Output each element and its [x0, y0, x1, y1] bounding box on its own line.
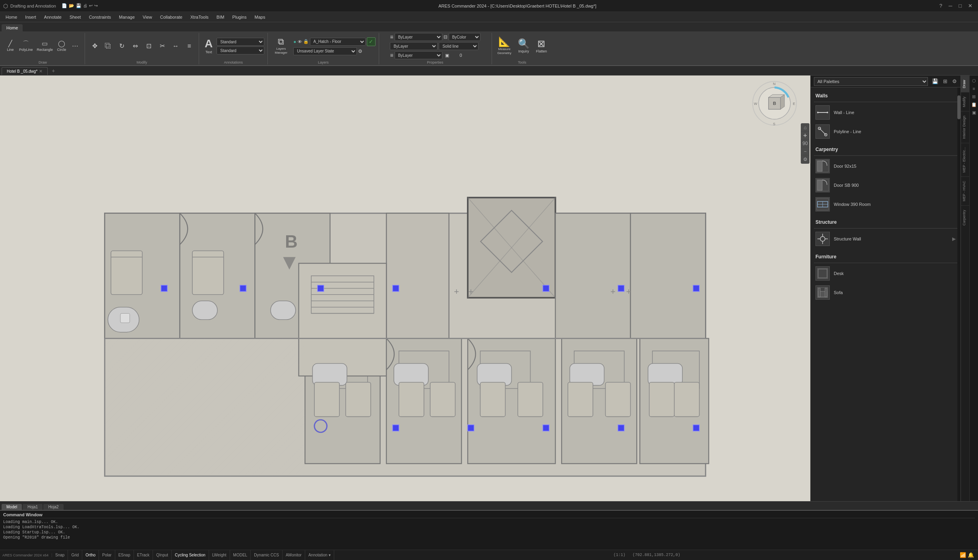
doc-tab-add[interactable]: + — [48, 66, 58, 75]
nav-zoom-minus-button[interactable]: − — [801, 147, 809, 155]
inquiry-button[interactable]: 🔍 Inquiry — [515, 38, 532, 54]
measure-geometry-button[interactable]: 📐 MeasureGeometry — [495, 36, 514, 56]
menu-item-constraints[interactable]: Constraints — [85, 12, 115, 22]
side-tab-modify[interactable]: Modify — [961, 92, 969, 111]
flatten-button[interactable]: ⊠ Flatten — [534, 38, 550, 54]
linetype2-dropdown[interactable]: ByLayer — [395, 51, 442, 59]
undo-icon[interactable]: ↩ — [89, 3, 93, 8]
side-tab-interior[interactable]: Interior Design — [961, 111, 969, 143]
close-button[interactable]: ✕ — [966, 2, 975, 10]
save-icon[interactable]: 💾 — [76, 3, 81, 8]
nav-home-button[interactable]: ⌂ — [801, 124, 809, 132]
menu-item-bim[interactable]: BIM — [213, 12, 229, 22]
offset-button[interactable]: ≡ — [183, 42, 196, 50]
new-icon[interactable]: 📄 — [62, 3, 67, 8]
status-dynamic-ccs[interactable]: Dynamic CCS — [251, 550, 283, 560]
side-tab-mep-electric[interactable]: MEP - Electric... — [961, 143, 969, 176]
menu-item-maps[interactable]: Maps — [250, 12, 269, 22]
doc-tab-hotel[interactable]: Hotel B _05.dwg* ✕ — [2, 67, 48, 75]
palette-layout-icon[interactable]: ⊞ — [941, 78, 949, 85]
move-button[interactable]: ✥ — [88, 42, 101, 50]
menu-item-annotate[interactable]: Annotate — [40, 12, 66, 22]
linetype-dropdown[interactable]: ByLayer — [390, 42, 438, 50]
status-lweight[interactable]: LWeight — [209, 550, 230, 560]
nav-degree-button[interactable]: 90 — [801, 140, 809, 147]
side-tab-mep-hvac[interactable]: MEP - HVAC — [961, 176, 969, 205]
menu-item-sheet[interactable]: Sheet — [66, 12, 85, 22]
sheet-tab-hoja1[interactable]: Hoja1 — [23, 504, 43, 510]
palette-scrollbar-track[interactable] — [957, 87, 961, 501]
maximize-button[interactable]: □ — [956, 2, 964, 10]
rectangle-button[interactable]: ▭ Rectangle — [35, 39, 55, 53]
menu-item-home[interactable]: Home — [2, 12, 21, 22]
palette-dropdown[interactable]: All Palettes — [814, 77, 928, 86]
menu-item-view[interactable]: View — [139, 12, 156, 22]
print-icon[interactable]: 🖨 — [83, 3, 87, 8]
door-92x15-item[interactable]: Door 92x15 — [811, 157, 961, 176]
menu-item-collaborate[interactable]: Collaborate — [156, 12, 186, 22]
status-snap[interactable]: Snap — [52, 550, 68, 560]
desk-item[interactable]: Desk — [811, 264, 961, 283]
far-right-btn-5[interactable]: ▣ — [970, 109, 978, 116]
help-button[interactable]: ? — [937, 2, 945, 10]
far-right-btn-3[interactable]: ⊞ — [970, 93, 978, 100]
structure-wall-item[interactable]: Structure Wall ▶ — [811, 229, 961, 248]
menu-item-plugins[interactable]: Plugins — [228, 12, 250, 22]
far-right-btn-4[interactable]: 📋 — [970, 101, 978, 108]
status-ortho[interactable]: Ortho — [82, 550, 99, 560]
status-grid[interactable]: Grid — [68, 550, 82, 560]
trim-button[interactable]: ✂ — [156, 42, 168, 50]
palette-scrollbar-thumb[interactable] — [957, 95, 961, 119]
far-right-btn-1[interactable]: ⬡ — [970, 77, 978, 84]
polyline-line-item[interactable]: Polyline - Line — [811, 122, 961, 141]
color-dropdown[interactable]: ByLayer — [395, 33, 442, 41]
mirror-button[interactable]: ⇔ — [129, 42, 141, 50]
palette-settings-icon[interactable]: ⚙ — [951, 78, 959, 85]
status-annotation[interactable]: Annotation ▾ — [305, 550, 334, 560]
view-cube[interactable]: B N S W E — [751, 79, 798, 127]
window-390-item[interactable]: Window 390 Room — [811, 195, 961, 214]
status-esnap[interactable]: ESnap — [115, 550, 134, 560]
nav-zoom-plus-button[interactable]: + — [801, 132, 809, 140]
sofa-item[interactable]: Sofa — [811, 283, 961, 302]
polyline-button[interactable]: ⌒ PolyLine — [17, 39, 35, 53]
line-button[interactable]: ╱ Line — [4, 39, 17, 53]
status-cycling-selection[interactable]: Cycling Selection — [172, 550, 209, 560]
palette-save-icon[interactable]: 💾 — [930, 78, 940, 85]
extend-button[interactable]: ↔ — [169, 42, 182, 50]
circle-button[interactable]: ◯ Circle — [55, 39, 68, 53]
status-model[interactable]: MODEL — [230, 550, 251, 560]
open-icon[interactable]: 📂 — [69, 3, 74, 8]
status-etrack[interactable]: ETrack — [134, 550, 153, 560]
text-button[interactable]: A Text — [202, 37, 215, 55]
layers-manager-button[interactable]: ⧉ LayersManager — [271, 37, 291, 55]
far-right-btn-2[interactable]: ≡ — [970, 85, 978, 92]
status-qinput[interactable]: QInput — [153, 550, 172, 560]
tab-home[interactable]: Home — [2, 24, 23, 31]
linestyle-dropdown[interactable]: Solid line — [439, 42, 478, 50]
copy-button[interactable]: ⿻ — [102, 42, 114, 50]
sheet-tab-model[interactable]: Model — [2, 504, 22, 510]
lineweight-dropdown[interactable]: ByColor — [449, 33, 480, 41]
status-amonitor[interactable]: AMonitor — [283, 550, 305, 560]
text-font-dropdown[interactable]: Standard — [217, 38, 264, 46]
menu-item-insert[interactable]: Insert — [21, 12, 40, 22]
sheet-tab-hoja2[interactable]: Hoja2 — [43, 504, 63, 510]
layer-check-button[interactable]: ✓ — [367, 37, 376, 46]
side-tab-carpentry[interactable]: Carpentry — [961, 205, 969, 230]
menu-item-xtratools[interactable]: XtraTools — [186, 12, 213, 22]
door-sb900-item[interactable]: Door SB 900 — [811, 176, 961, 195]
minimize-button[interactable]: ─ — [946, 2, 955, 10]
menu-item-manage[interactable]: Manage — [115, 12, 139, 22]
text-style-dropdown[interactable]: Standard — [217, 47, 264, 54]
layer-state-select[interactable]: Unsaved Layer State — [293, 47, 357, 55]
status-polar[interactable]: Polar — [99, 550, 115, 560]
draw-more-button[interactable]: ⋯ — [69, 42, 81, 50]
scale-button[interactable]: ⊡ — [142, 42, 155, 50]
side-tab-draw[interactable]: Draw — [961, 76, 969, 92]
layer-select[interactable]: A_Hatch - Floor — [310, 38, 366, 46]
rotate-button[interactable]: ↻ — [115, 42, 128, 50]
canvas-area[interactable]: B + + + + — [0, 76, 810, 501]
nav-settings-button[interactable]: ⚙ — [801, 155, 809, 163]
redo-icon[interactable]: ↪ — [94, 3, 98, 8]
